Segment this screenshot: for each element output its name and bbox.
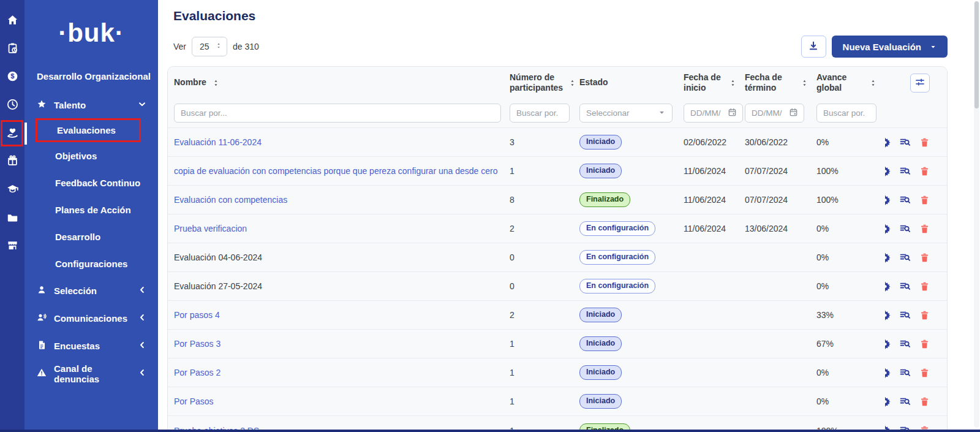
delete-trash-icon[interactable] [919, 165, 930, 176]
delete-trash-icon[interactable] [919, 338, 930, 349]
row-actions [885, 396, 938, 407]
filter-progress-input[interactable] [816, 104, 876, 123]
view-details-icon[interactable] [900, 252, 910, 263]
sidebar-subitem[interactable]: Planes de Acción [24, 196, 158, 223]
scrollbar-thumb[interactable] [974, 1, 979, 108]
rail-item[interactable] [5, 13, 20, 28]
column-header-fecha-termino[interactable]: Fecha de término [745, 72, 816, 94]
participants-count: 1 [510, 368, 579, 377]
table-row: Prueba verificacion 2 En configuración 1… [168, 214, 947, 243]
delete-trash-icon[interactable] [919, 396, 930, 407]
view-details-icon[interactable] [900, 367, 910, 378]
table-row: Evaluación 04-06-2024 0 En configuración… [168, 243, 947, 272]
sort-icon[interactable] [213, 79, 219, 87]
rail-item[interactable] [5, 211, 20, 225]
filter-date-end-input[interactable]: DD/MM/ [745, 104, 804, 123]
sort-icon[interactable] [729, 79, 736, 87]
select-arrows-icon [216, 42, 222, 51]
global-progress: 0% [816, 368, 885, 377]
sidebar-subitem[interactable]: Configuraciones [24, 250, 158, 277]
rail-item[interactable] [5, 98, 20, 113]
view-details-icon[interactable] [900, 396, 910, 407]
column-header-estado[interactable]: Estado [579, 77, 684, 88]
evaluation-name-link: Evaluación 04-06-2024 [174, 252, 510, 262]
new-evaluation-button[interactable]: Nueva Evaluación [832, 36, 948, 58]
delete-trash-icon[interactable] [919, 309, 930, 320]
view-details-icon[interactable] [900, 338, 910, 349]
view-details-icon[interactable] [900, 309, 910, 320]
evaluation-name-link[interactable]: copia de evaluación con competencias por… [174, 166, 510, 176]
filter-date-start-input[interactable]: DD/MM/ [684, 104, 743, 123]
rail-item[interactable] [5, 239, 20, 254]
filter-status-select[interactable]: Seleccionar [579, 104, 673, 123]
evaluation-name-link[interactable]: Por Pasos [174, 396, 510, 406]
delete-trash-icon[interactable] [919, 252, 930, 263]
evaluation-name-link[interactable]: Por Pasos 3 [174, 339, 510, 349]
sort-icon[interactable] [801, 79, 808, 87]
global-progress: 0% [816, 137, 885, 147]
view-details-icon[interactable] [900, 194, 910, 205]
sidebar-subitem[interactable]: Evaluaciones [36, 118, 141, 142]
settings-gear-icon[interactable] [885, 281, 891, 292]
column-header-fecha-inicio[interactable]: Fecha de inicio [684, 72, 745, 94]
rail-item[interactable] [5, 42, 20, 56]
settings-gear-icon[interactable] [885, 396, 891, 407]
evaluation-name-link[interactable]: Por pasos 4 [174, 310, 510, 320]
settings-gear-icon[interactable] [885, 194, 891, 205]
view-details-icon[interactable] [900, 281, 910, 292]
sidebar-subitem[interactable]: Desarrollo [24, 223, 158, 250]
evaluation-name-link[interactable]: Por Pasos 2 [174, 368, 510, 377]
sidebar-item[interactable]: Canal de denuncias [24, 360, 158, 387]
view-details-icon[interactable] [900, 165, 910, 176]
sidebar-item[interactable]: Encuestas [24, 332, 158, 360]
table-row: Por Pasos 2 1 Iniciado 0% [168, 358, 947, 387]
delete-trash-icon[interactable] [919, 281, 930, 292]
rail-item[interactable]: $ [5, 70, 20, 85]
buk-logo: ·buk· [24, 0, 158, 48]
filter-name-input[interactable] [174, 104, 501, 123]
column-header-participantes[interactable]: Número de participantes [510, 72, 579, 94]
settings-gear-icon[interactable] [885, 309, 891, 320]
view-details-icon[interactable] [900, 223, 910, 234]
column-settings-button[interactable] [910, 74, 930, 93]
table-row: Por Pasos 3 1 Iniciado 67% [168, 330, 947, 358]
settings-gear-icon[interactable] [885, 165, 891, 176]
download-button[interactable] [801, 36, 826, 58]
app-window: $ · [0, 0, 980, 432]
sidebar-item-talento[interactable]: Talento [24, 91, 158, 118]
end-date: 13/06/2024 [745, 224, 816, 233]
sidebar-subitem[interactable]: Objetivos [24, 142, 158, 169]
settings-gear-icon[interactable] [885, 137, 891, 148]
start-date: 11/06/2024 [684, 224, 745, 233]
column-header-nombre[interactable]: Nombre [174, 77, 510, 88]
page-size-select[interactable]: 25 [192, 37, 227, 56]
column-header-avance-global[interactable]: Avance global [816, 72, 885, 94]
sort-icon[interactable] [569, 79, 576, 87]
sidebar-item[interactable]: Comunicaciones [24, 305, 158, 332]
settings-gear-icon[interactable] [885, 338, 891, 349]
rail-item[interactable] [5, 154, 20, 169]
settings-gear-icon[interactable] [885, 367, 891, 378]
filter-participants-input[interactable] [510, 104, 570, 123]
table-row: Evaluación 27-05-2024 0 En configuración… [168, 272, 947, 301]
sidebar-item[interactable]: Selección [24, 277, 158, 305]
delete-trash-icon[interactable] [919, 367, 930, 378]
sort-icon[interactable] [870, 79, 876, 87]
rail-item[interactable] [5, 126, 20, 141]
delete-trash-icon[interactable] [919, 194, 930, 205]
sidebar-subitem[interactable]: Feedback Continuo [24, 169, 158, 196]
row-actions [885, 338, 938, 349]
settings-gear-icon[interactable] [885, 252, 891, 263]
vertical-scrollbar[interactable] [974, 1, 979, 428]
evaluation-name-link[interactable]: Prueba verificacion [174, 224, 510, 233]
settings-gear-icon[interactable] [885, 223, 891, 234]
evaluation-name-link[interactable]: Evaluación con competencias [174, 195, 510, 205]
gift-icon [7, 155, 18, 169]
rail-item[interactable] [5, 183, 20, 197]
delete-trash-icon[interactable] [919, 223, 930, 234]
start-date: 11/06/2024 [684, 195, 745, 205]
main-content: Evaluaciones Ver 25 de 310 [158, 0, 980, 432]
delete-trash-icon[interactable] [919, 137, 930, 148]
evaluation-name-link[interactable]: Evaluación 11-06-2024 [174, 137, 510, 147]
view-details-icon[interactable] [900, 137, 910, 148]
